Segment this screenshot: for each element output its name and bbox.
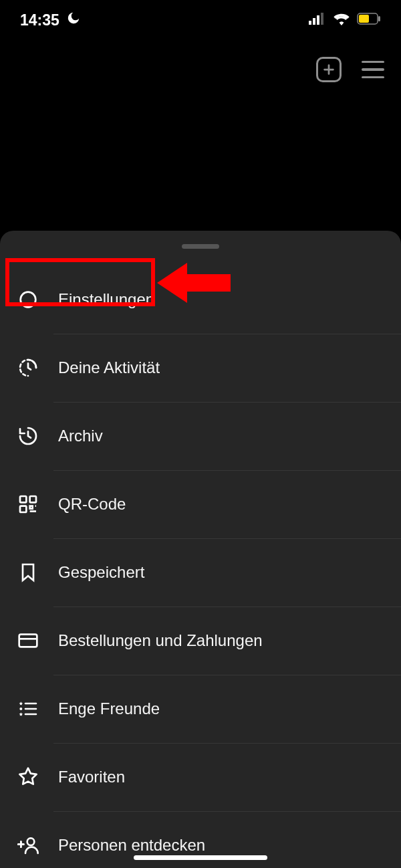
close-friends-icon <box>17 697 39 720</box>
status-time: 14:35 <box>20 11 59 29</box>
svg-rect-11 <box>20 506 26 512</box>
svg-point-14 <box>27 838 35 845</box>
menu-sheet: Einstellungen Deine Aktivität Archiv QR-… <box>0 231 401 868</box>
menu-item-archive[interactable]: Archiv <box>0 402 401 470</box>
svg-point-8 <box>23 295 32 304</box>
menu-label: Deine Aktivität <box>58 358 160 377</box>
svg-rect-2 <box>317 15 319 25</box>
status-left: 14:35 <box>20 11 81 29</box>
activity-icon <box>17 356 39 379</box>
add-button[interactable] <box>316 57 342 82</box>
menu-label: QR-Code <box>58 495 126 514</box>
svg-point-13 <box>19 708 22 710</box>
menu-item-settings[interactable]: Einstellungen <box>0 265 401 334</box>
menu-item-favorites[interactable]: Favoriten <box>0 743 401 811</box>
menu-item-close-friends[interactable]: Enge Freunde <box>0 675 401 743</box>
status-right <box>309 12 381 28</box>
svg-rect-6 <box>378 16 380 21</box>
top-actions <box>316 57 384 82</box>
battery-icon <box>357 13 381 27</box>
sheet-grabber[interactable] <box>182 244 219 249</box>
card-icon <box>17 629 39 652</box>
star-icon <box>17 766 39 788</box>
menu-item-qr[interactable]: QR-Code <box>0 470 401 538</box>
home-indicator[interactable] <box>134 855 267 860</box>
svg-rect-0 <box>309 21 311 25</box>
svg-rect-5 <box>359 15 369 23</box>
menu-item-saved[interactable]: Gespeichert <box>0 538 401 607</box>
add-person-icon <box>17 834 39 857</box>
menu-item-activity[interactable]: Deine Aktivität <box>0 334 401 402</box>
svg-rect-10 <box>30 496 36 502</box>
qr-icon <box>17 493 39 516</box>
menu-label: Bestellungen und Zahlungen <box>58 631 263 650</box>
wifi-icon <box>333 12 350 28</box>
menu-label: Archiv <box>58 427 103 445</box>
menu-label: Einstellungen <box>58 290 154 309</box>
archive-icon <box>17 425 39 447</box>
cellular-icon <box>309 13 326 27</box>
svg-rect-12 <box>19 635 37 647</box>
bookmark-icon <box>17 561 39 584</box>
svg-rect-3 <box>321 13 323 25</box>
menu-label: Personen entdecken <box>58 836 205 855</box>
menu-item-orders[interactable]: Bestellungen und Zahlungen <box>0 607 401 675</box>
moon-icon <box>66 11 81 29</box>
menu-label: Favoriten <box>58 768 125 786</box>
menu-label: Gespeichert <box>58 563 144 582</box>
svg-rect-9 <box>20 496 26 502</box>
status-bar: 14:35 <box>0 0 401 40</box>
svg-rect-1 <box>313 18 315 25</box>
hamburger-menu-button[interactable] <box>362 61 384 79</box>
gear-icon <box>17 288 39 311</box>
menu-label: Enge Freunde <box>58 699 160 718</box>
